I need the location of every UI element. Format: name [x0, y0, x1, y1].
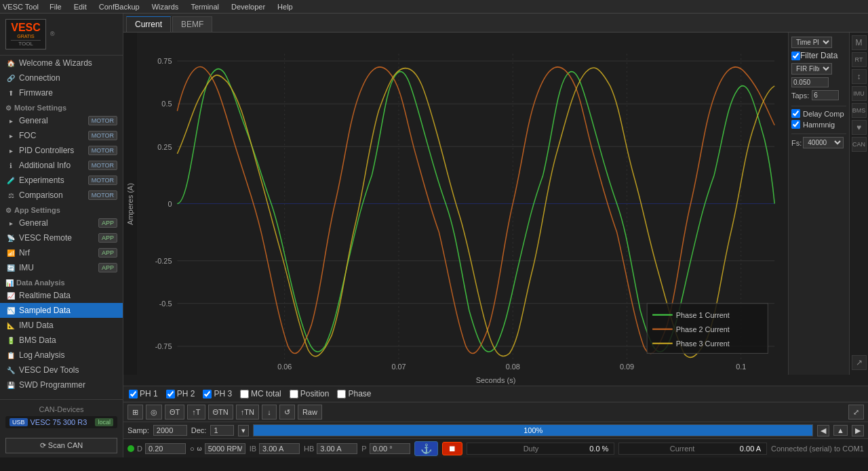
- check-ph3[interactable]: PH 3: [203, 389, 232, 398]
- sidebar-item-general-motor[interactable]: ▸ General MOTOR: [0, 113, 123, 128]
- hb-input[interactable]: [317, 443, 357, 454]
- f-st-input[interactable]: [791, 77, 829, 87]
- svg-text:Phase 1 Current: Phase 1 Current: [676, 311, 730, 319]
- tool-btn-grid[interactable]: ⊞: [127, 405, 143, 419]
- sidebar: VESC GRATIS TOOL ® 🏠 Welcome & Wizards 🔗…: [0, 14, 123, 457]
- sidebar-item-swd-programmer[interactable]: 💾 SWD Programmer: [0, 377, 123, 392]
- filter-data-checkbox[interactable]: [791, 52, 800, 60]
- taps-input[interactable]: [812, 90, 839, 100]
- right-controls-panel: Time Plot Filter Data FIR Filter Taps:: [788, 33, 849, 375]
- sidebar-item-pid[interactable]: ▸ PID Controllers MOTOR: [0, 143, 123, 158]
- chart-svg: 0.75 0.5 0.25 0 -0.25 -0.5 -0.75 0.06 0.…: [137, 33, 788, 375]
- tool-btn-up-tn[interactable]: ↑TN: [236, 405, 259, 419]
- samp-prev-btn[interactable]: ◀: [817, 425, 829, 436]
- menu-edit[interactable]: Edit: [71, 1, 90, 12]
- check-position[interactable]: Position: [290, 389, 330, 398]
- sidebar-item-welcome[interactable]: 🏠 Welcome & Wizards: [0, 56, 123, 70]
- samp-next-btn[interactable]: ▶: [852, 425, 864, 436]
- sidebar-item-vesc-dev-tools[interactable]: 🔧 VESC Dev Tools: [0, 363, 123, 377]
- time-plot-select[interactable]: Time Plot: [791, 37, 832, 48]
- d-input[interactable]: [145, 443, 186, 454]
- check-mc-total[interactable]: MC total: [240, 389, 281, 398]
- strip-icon-can[interactable]: CAN: [852, 137, 867, 152]
- anchor-button[interactable]: ⚓: [414, 441, 438, 456]
- sidebar-item-imu-data[interactable]: 📐 IMU Data: [0, 318, 123, 333]
- duty-area: Duty 0.0 %: [467, 443, 615, 455]
- stop-button[interactable]: ⏹: [442, 442, 462, 455]
- sidebar-item-experiments[interactable]: 🧪 Experiments MOTOR: [0, 173, 123, 188]
- can-device-icon: USB: [9, 418, 28, 426]
- taps-label: Taps:: [791, 91, 809, 100]
- tab-bemf[interactable]: BEMF: [172, 16, 212, 32]
- info-icon: ℹ: [5, 160, 16, 171]
- menu-wizards[interactable]: Wizards: [149, 1, 182, 12]
- dec-label: Dec:: [191, 426, 207, 434]
- sidebar-item-log-analysis[interactable]: 📋 Log Analysis: [0, 348, 123, 363]
- menu-confbackup[interactable]: ConfBackup: [96, 1, 142, 12]
- menu-terminal[interactable]: Terminal: [188, 1, 222, 12]
- taps-row: Taps:: [791, 90, 846, 100]
- strip-icon-m[interactable]: M: [852, 35, 867, 50]
- delay-comp-checkbox[interactable]: [791, 109, 800, 118]
- sidebar-item-general-app[interactable]: ▸ General APP: [0, 216, 123, 230]
- hammnig-checkbox[interactable]: [791, 120, 800, 129]
- strip-icon-heart[interactable]: ♥: [852, 120, 867, 135]
- status-p: P: [361, 443, 410, 454]
- badge-app-general: APP: [98, 218, 117, 228]
- sidebar-item-firmware[interactable]: ⬆ Firmware: [0, 85, 123, 100]
- sidebar-item-bms-data[interactable]: 🔋 BMS Data: [0, 333, 123, 348]
- fs-select[interactable]: 40000: [803, 137, 844, 148]
- tool-btn-circle[interactable]: ◎: [146, 405, 162, 419]
- rpm-input[interactable]: [205, 443, 245, 454]
- tool-btn-expand[interactable]: ⤢: [848, 405, 864, 419]
- y-axis-label: Amperes (A): [123, 33, 137, 375]
- samp-up-btn[interactable]: ▲: [833, 425, 848, 436]
- sidebar-item-connection[interactable]: 🔗 Connection: [0, 70, 123, 85]
- dec-down-btn[interactable]: ▾: [238, 425, 249, 436]
- delay-comp-label: Delay Comp: [803, 110, 844, 118]
- p-input[interactable]: [370, 443, 410, 454]
- tool-btn-theta-t[interactable]: ΘT: [165, 405, 184, 419]
- sidebar-item-additional-info[interactable]: ℹ Additional Info MOTOR: [0, 158, 123, 173]
- scan-can-button[interactable]: ⟳ Scan CAN: [5, 438, 117, 453]
- tool-btn-refresh[interactable]: ↺: [279, 405, 295, 419]
- sidebar-item-imu[interactable]: 🔄 IMU APP: [0, 260, 123, 275]
- sidebar-item-nrf[interactable]: 📶 Nrf APP: [0, 245, 123, 260]
- toolbar-right: ⤢: [848, 405, 864, 419]
- strip-icon-expand[interactable]: ↗: [852, 355, 867, 370]
- sidebar-item-comparison[interactable]: ⚖ Comparison MOTOR: [0, 188, 123, 203]
- sidebar-item-foc[interactable]: ▸ FOC MOTOR: [0, 128, 123, 143]
- tab-current[interactable]: Current: [126, 16, 171, 32]
- strip-icon-rt[interactable]: RT: [852, 52, 867, 67]
- menu-file[interactable]: File: [47, 1, 64, 12]
- tool-btn-raw[interactable]: Raw: [298, 405, 322, 419]
- strip-icon-imu[interactable]: IMU: [852, 86, 867, 101]
- sidebar-item-sampled-data[interactable]: 📉 Sampled Data: [0, 303, 123, 318]
- check-ph1[interactable]: PH 1: [129, 389, 158, 398]
- menu-developer[interactable]: Developer: [229, 1, 268, 12]
- vesc-remote-icon: 📡: [5, 232, 16, 243]
- fir-filter-select[interactable]: FIR Filter: [791, 63, 832, 75]
- svg-text:0.06: 0.06: [277, 362, 292, 370]
- menu-help[interactable]: Help: [275, 1, 296, 12]
- svg-text:0.1: 0.1: [736, 362, 746, 370]
- can-device-item[interactable]: USB VESC 75 300 R3 local: [5, 416, 117, 428]
- tool-btn-down[interactable]: ↓: [262, 405, 277, 419]
- check-ph2[interactable]: PH 2: [166, 389, 195, 398]
- svg-text:-0.75: -0.75: [155, 342, 172, 350]
- strip-icon-bms[interactable]: BMS: [852, 103, 867, 118]
- check-phase[interactable]: Phase: [337, 389, 371, 398]
- dec-input[interactable]: [210, 425, 234, 436]
- connection-status: Connected (serial) to COM1: [771, 445, 864, 453]
- sidebar-item-vesc-remote[interactable]: 📡 VESC Remote APP: [0, 230, 123, 245]
- samp-input[interactable]: [153, 425, 187, 436]
- sidebar-item-realtime-data[interactable]: 📈 Realtime Data: [0, 288, 123, 303]
- tool-btn-up-t[interactable]: ↑T: [187, 405, 205, 419]
- can-device-local: local: [95, 418, 113, 426]
- strip-icon-resize[interactable]: ↕: [852, 69, 867, 84]
- svg-text:0.08: 0.08: [506, 362, 520, 370]
- ib-input[interactable]: [259, 443, 300, 454]
- hammnig-row: Hammnig: [791, 120, 846, 129]
- tool-btn-theta-tn[interactable]: ΘTN: [208, 405, 233, 419]
- current-value: 0.00 A: [740, 445, 761, 453]
